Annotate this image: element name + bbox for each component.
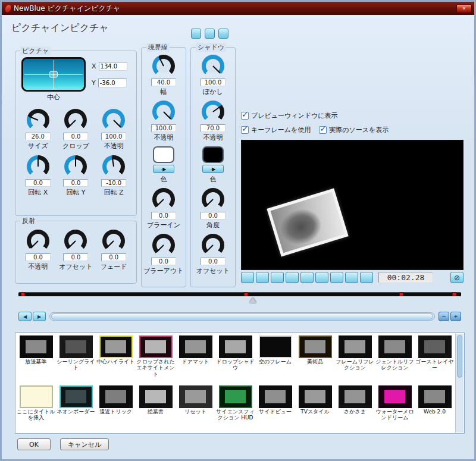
help-button[interactable] xyxy=(205,29,215,39)
knob-value[interactable]: -10.0 xyxy=(101,179,126,187)
preset-item[interactable]: ジェントルリフレクション xyxy=(375,334,415,384)
preset-item[interactable]: ゴーストレイヤー xyxy=(415,334,455,384)
loop-button[interactable] xyxy=(241,272,254,283)
scrollbar-thumb[interactable] xyxy=(51,313,433,319)
knob-dial[interactable] xyxy=(102,109,125,131)
step-forward-button[interactable] xyxy=(315,272,328,283)
cancel-button[interactable]: キャンセル xyxy=(60,438,109,450)
preset-item[interactable]: TVスタイル xyxy=(295,384,335,434)
knob-value[interactable]: 0.0 xyxy=(63,179,88,187)
knob-value[interactable]: 0.0 xyxy=(151,258,176,265)
knob-dial[interactable] xyxy=(27,230,49,252)
knob-dial[interactable] xyxy=(202,234,224,256)
border-color-picker-button[interactable]: -▶ xyxy=(153,165,174,173)
fast-forward-button[interactable] xyxy=(330,272,343,283)
knob-dial[interactable] xyxy=(27,155,49,178)
shadow-color-swatch[interactable] xyxy=(202,146,224,163)
knob-dial[interactable] xyxy=(152,234,175,256)
gallery-scrollbar-thumb[interactable] xyxy=(457,335,462,378)
knob-dial[interactable] xyxy=(27,109,49,131)
preset-item[interactable]: ネオンボーダー xyxy=(56,384,96,434)
playhead[interactable] xyxy=(249,297,256,303)
knob-dial[interactable] xyxy=(152,55,175,77)
knob-dial[interactable] xyxy=(64,230,87,252)
knob-dial[interactable] xyxy=(202,101,224,123)
y-field[interactable] xyxy=(98,79,127,87)
preset-item[interactable]: ドアマット xyxy=(176,334,215,384)
zoom-out-button[interactable]: − xyxy=(439,312,449,321)
close-button[interactable]: × xyxy=(456,4,472,13)
preset-button[interactable] xyxy=(218,29,228,39)
knob-value[interactable]: 0.0 xyxy=(201,212,226,219)
knob-dial[interactable] xyxy=(102,230,125,252)
scrollbar-track[interactable] xyxy=(49,312,435,321)
pip-photo[interactable] xyxy=(267,189,348,257)
go-start-button[interactable] xyxy=(256,272,269,283)
knob-value[interactable]: 0.0 xyxy=(201,258,226,265)
center-handle[interactable] xyxy=(49,71,58,78)
knob-dial[interactable] xyxy=(64,155,87,178)
knob-dial[interactable] xyxy=(64,109,87,131)
keyframe-marker[interactable] xyxy=(21,292,25,296)
knob-value[interactable]: 100.0 xyxy=(151,124,176,132)
use-keyframes-checkbox[interactable]: ✓ キーフレームを使用 xyxy=(241,126,311,134)
scroll-right-button[interactable]: ▶ xyxy=(33,312,46,321)
preset-item[interactable]: ウォーターメロンドリーム xyxy=(375,384,415,434)
knob-dial[interactable] xyxy=(152,188,175,211)
preset-item[interactable]: リセット xyxy=(176,384,215,434)
scroll-left-button[interactable]: ◀ xyxy=(18,312,32,321)
preview-window-checkbox[interactable]: ✓ プレビューウィンドウに表示 xyxy=(241,111,338,120)
x-field[interactable] xyxy=(99,62,127,71)
next-keyframe-button[interactable] xyxy=(345,272,358,283)
knob-value[interactable]: 26.0 xyxy=(26,133,51,140)
preset-item[interactable]: さかさま xyxy=(335,384,375,434)
preset-item[interactable]: 空のフレーム xyxy=(255,334,295,384)
show-source-checkbox[interactable]: ✓ 実際のソースを表示 xyxy=(319,126,389,134)
knob-value[interactable]: 40.0 xyxy=(151,79,176,86)
prev-keyframe-button[interactable] xyxy=(271,272,284,283)
knob-value[interactable]: 0.0 xyxy=(63,133,88,140)
knob-dial[interactable] xyxy=(152,101,175,123)
preset-item[interactable]: 美術品 xyxy=(295,334,335,384)
preset-item[interactable]: クロップされたエキサイトメント xyxy=(136,334,176,384)
preset-item[interactable]: フレームリフレクション xyxy=(335,334,375,384)
play-button[interactable] xyxy=(300,272,314,283)
preset-item[interactable]: ここにタイトルを挿入 xyxy=(16,384,56,434)
knob-dial[interactable] xyxy=(102,155,125,178)
gallery-scrollbar[interactable] xyxy=(455,334,464,432)
timeline-track[interactable] xyxy=(18,292,461,297)
preset-item[interactable]: 放送基準 xyxy=(16,334,56,384)
knob-dial[interactable] xyxy=(202,188,224,211)
preset-item[interactable]: サイドビュー xyxy=(255,384,295,434)
knob-value[interactable]: 0.0 xyxy=(26,253,51,261)
position-pad[interactable] xyxy=(21,57,86,92)
checkbox-box[interactable]: ✓ xyxy=(241,126,249,134)
knob-value[interactable]: 70.0 xyxy=(201,124,226,132)
knob-value[interactable]: 0.0 xyxy=(151,212,176,219)
preset-item[interactable]: 絵葉書 xyxy=(136,384,176,434)
preset-item[interactable]: シーリングライト xyxy=(56,334,96,384)
knob-dial[interactable] xyxy=(202,55,224,77)
info-button[interactable] xyxy=(191,29,201,39)
step-back-button[interactable] xyxy=(286,272,299,283)
shadow-color-picker-button[interactable]: -▶ xyxy=(202,165,224,173)
preset-item[interactable]: ドロップシャドウ xyxy=(215,334,255,384)
knob-value[interactable]: 100.0 xyxy=(101,133,126,140)
preset-item[interactable]: 中心ハイライト xyxy=(96,334,136,384)
knob-value[interactable]: 100.0 xyxy=(201,79,226,86)
ok-button[interactable]: OK xyxy=(17,438,51,450)
knob-value[interactable]: 0.0 xyxy=(63,253,88,261)
border-color-swatch[interactable] xyxy=(153,146,174,163)
knob-value[interactable]: 0.0 xyxy=(101,253,126,261)
preset-item[interactable]: 遠近トリック xyxy=(96,384,136,434)
keyframe-marker[interactable] xyxy=(452,292,456,296)
checkbox-box[interactable]: ✓ xyxy=(319,126,327,134)
preset-item[interactable]: Web 2.0 xyxy=(415,384,455,434)
preset-item[interactable]: サイエンスフィクション HUD xyxy=(215,384,255,434)
checkbox-box[interactable]: ✓ xyxy=(241,112,249,120)
keyframe-marker[interactable] xyxy=(399,292,403,296)
disable-effect-button[interactable]: ⊘ xyxy=(450,272,464,283)
go-end-button[interactable] xyxy=(360,272,373,283)
knob-value[interactable]: 0.0 xyxy=(26,179,51,187)
keyframe-marker[interactable] xyxy=(244,292,248,296)
